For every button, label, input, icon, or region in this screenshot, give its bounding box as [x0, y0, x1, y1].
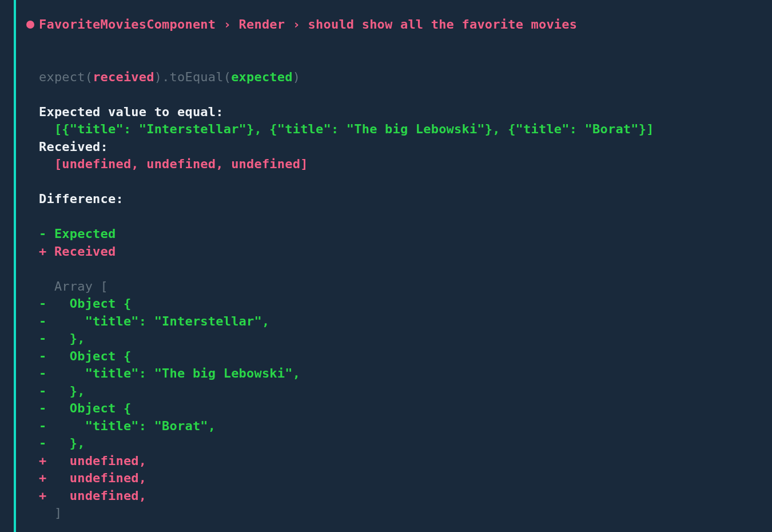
expected-label: Expected value to equal: [39, 105, 224, 119]
expected-token: expected [231, 70, 293, 84]
legend-received: + Received [39, 244, 116, 259]
received-value: [undefined, undefined, undefined] [39, 157, 308, 171]
expected-value: [{"title": "Interstellar"}, {"title": "T… [39, 122, 654, 136]
crumb-sep: › [285, 16, 308, 34]
blank-line [39, 209, 46, 224]
received-label: Received: [39, 140, 108, 154]
test-failure-body: FavoriteMoviesComponent › Render › shoul… [16, 0, 666, 532]
difference-label: Difference: [39, 192, 124, 206]
expect-close-dot: ). [154, 70, 170, 84]
test-title-line: FavoriteMoviesComponent › Render › shoul… [39, 16, 654, 34]
diff-plus-line: + undefined, [39, 471, 146, 485]
legend-expected: - Expected [39, 227, 116, 241]
array-open: Array [ [39, 279, 108, 293]
diff-minus-line: - }, [39, 331, 85, 346]
array-close: ] [39, 506, 62, 520]
terminal-output: FavoriteMoviesComponent › Render › shoul… [0, 0, 772, 532]
crumb-2: should show all the favorite movies [308, 16, 578, 34]
diff-plus-line: + undefined, [39, 454, 146, 468]
blank-line [39, 174, 46, 189]
assertion-line: expect(received).toEqual(expected) [39, 70, 300, 84]
diff-minus-line: - }, [39, 436, 85, 450]
received-token: received [93, 70, 154, 84]
diff-minus-line: - }, [39, 384, 85, 398]
blank-line [39, 87, 46, 101]
status-dot-icon [26, 21, 34, 29]
crumb-1: Render [239, 16, 285, 34]
diff-minus-line: - "title": "The big Lebowski", [39, 366, 300, 380]
diff-minus-line: - Object { [39, 296, 131, 311]
diff-plus-line: + undefined, [39, 489, 146, 503]
crumb-sep: › [216, 16, 238, 34]
diff-minus-line: - "title": "Interstellar", [39, 314, 269, 328]
expect-open: expect( [39, 70, 93, 84]
matcher-close: ) [293, 70, 300, 84]
crumb-0: FavoriteMoviesComponent [39, 16, 216, 34]
diff-minus-line: - Object { [39, 401, 131, 415]
blank-line [39, 261, 46, 276]
matcher-open: toEqual( [170, 70, 232, 84]
diff-minus-line: - "title": "Borat", [39, 419, 216, 433]
diff-minus-line: - Object { [39, 349, 131, 363]
blank-line [39, 52, 46, 66]
